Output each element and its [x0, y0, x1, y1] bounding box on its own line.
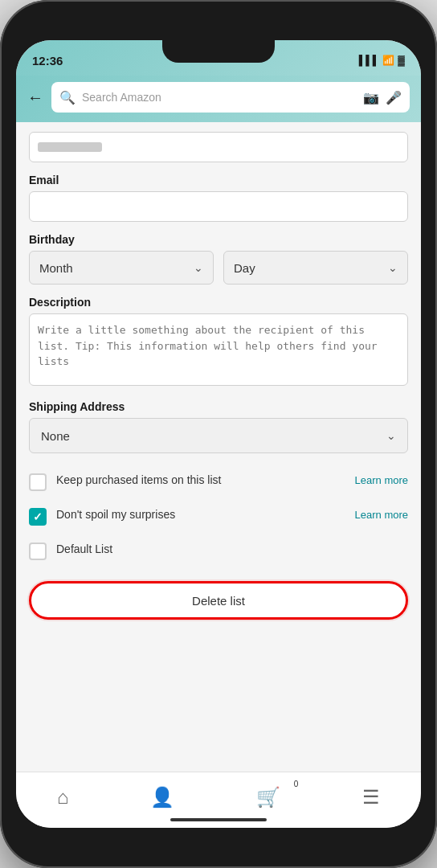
birthday-label: Birthday — [29, 233, 408, 246]
keep-purchased-label: Keep purchased items on this list — [56, 473, 221, 486]
phone-screen: 12:36 ▌▌▌ 📶 ▓ ← 🔍 Search Amazon 📷 🎤 — [16, 40, 421, 828]
keep-purchased-text-area: Keep purchased items on this list — [56, 473, 345, 489]
shipping-label: Shipping Address — [29, 400, 408, 413]
description-input[interactable] — [29, 313, 408, 386]
search-box[interactable]: 🔍 Search Amazon 📷 🎤 — [51, 82, 410, 113]
search-placeholder: Search Amazon — [82, 91, 357, 104]
name-input[interactable] — [29, 132, 408, 162]
learn-more-2-link[interactable]: Learn more — [355, 509, 408, 521]
day-dropdown[interactable]: Day ⌄ — [223, 251, 408, 285]
shipping-dropdown[interactable]: None ⌄ — [29, 418, 408, 453]
shipping-field-group: Shipping Address None ⌄ — [29, 400, 408, 453]
keep-purchased-row: Keep purchased items on this list Learn … — [29, 465, 408, 499]
learn-more-1-link[interactable]: Learn more — [355, 474, 408, 486]
delete-btn-container: Delete list — [29, 581, 408, 620]
dont-spoil-checkbox[interactable]: ✓ — [29, 508, 47, 526]
signal-icon: ▌▌▌ — [359, 55, 380, 66]
menu-icon: ☰ — [362, 786, 380, 809]
home-indicator — [170, 818, 267, 821]
battery-icon: ▓ — [398, 55, 405, 66]
default-list-checkbox[interactable] — [29, 542, 47, 560]
delete-list-button[interactable]: Delete list — [29, 581, 408, 620]
month-chevron-icon: ⌄ — [194, 261, 203, 274]
shipping-option-label: None — [41, 429, 70, 443]
back-button[interactable]: ← — [27, 88, 43, 107]
cart-icon: 🛒 — [256, 786, 280, 809]
email-input[interactable] — [29, 191, 408, 222]
nav-menu[interactable]: ☰ — [349, 783, 393, 812]
nav-home[interactable]: ⌂ — [44, 783, 82, 812]
delete-list-label: Delete list — [192, 594, 245, 608]
description-label: Description — [29, 296, 408, 309]
search-icon: 🔍 — [59, 90, 76, 105]
default-list-text-area: Default List — [56, 542, 408, 558]
nav-account[interactable]: 👤 — [137, 783, 187, 812]
description-field-group: Description — [29, 296, 408, 389]
month-dropdown-label: Month — [39, 261, 73, 275]
wifi-icon: 📶 — [382, 55, 394, 66]
default-list-label: Default List — [56, 542, 112, 555]
status-time: 12:36 — [32, 54, 63, 68]
content-inner: Email Birthday Month ⌄ Day ⌄ — [16, 122, 421, 636]
cart-badge: 0 — [294, 780, 299, 788]
camera-icon[interactable]: 📷 — [363, 90, 379, 105]
checkmark-icon: ✓ — [33, 510, 43, 523]
day-chevron-icon: ⌄ — [388, 261, 398, 274]
dont-spoil-text-area: Don't spoil my surprises — [56, 507, 345, 523]
status-icons: ▌▌▌ 📶 ▓ — [359, 55, 405, 66]
account-icon: 👤 — [150, 786, 174, 809]
mic-icon[interactable]: 🎤 — [386, 90, 402, 105]
dont-spoil-label: Don't spoil my surprises — [56, 508, 175, 521]
home-icon: ⌂ — [57, 786, 69, 809]
nav-cart[interactable]: 🛒 0 — [243, 783, 293, 812]
keep-purchased-checkbox[interactable] — [29, 473, 47, 491]
birthday-row: Month ⌄ Day ⌄ — [29, 251, 408, 285]
day-dropdown-label: Day — [234, 261, 255, 275]
blurred-name — [38, 142, 102, 152]
phone-shell: 12:36 ▌▌▌ 📶 ▓ ← 🔍 Search Amazon 📷 🎤 — [0, 0, 437, 868]
search-bar-area: ← 🔍 Search Amazon 📷 🎤 — [16, 76, 421, 122]
dont-spoil-row: ✓ Don't spoil my surprises Learn more — [29, 499, 408, 534]
search-right-icons: 📷 🎤 — [363, 90, 402, 105]
birthday-field-group: Birthday Month ⌄ Day ⌄ — [29, 233, 408, 285]
name-field-group — [29, 132, 408, 162]
email-label: Email — [29, 174, 408, 186]
default-list-row: Default List — [29, 534, 408, 568]
content-scroll: Email Birthday Month ⌄ Day ⌄ — [16, 122, 421, 772]
email-field-group: Email — [29, 174, 408, 222]
shipping-chevron-icon: ⌄ — [386, 429, 396, 442]
month-dropdown[interactable]: Month ⌄ — [29, 251, 214, 285]
notch — [162, 40, 275, 63]
